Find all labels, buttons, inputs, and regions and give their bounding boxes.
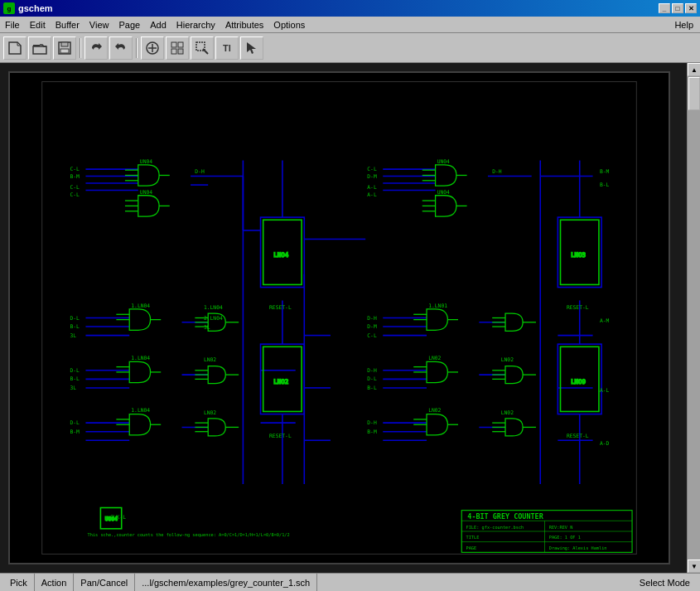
svg-text:LN02: LN02 — [428, 407, 441, 413]
status-mode: Select Mode — [633, 574, 697, 591]
svg-text:B-M: B-M — [70, 429, 80, 434]
svg-text:D-L: D-L — [70, 315, 80, 321]
svg-text:PAGE: 1 OF 1: PAGE: 1 OF 1 — [549, 535, 581, 540]
maximize-button[interactable]: □ — [672, 3, 683, 13]
svg-text:B-L: B-L — [70, 323, 80, 329]
toolbar-separator-2 — [136, 38, 138, 58]
svg-rect-4 — [61, 42, 68, 46]
text-btn[interactable]: Tl — [215, 36, 239, 60]
svg-text:FILE: gfx-counter.bsch: FILE: gfx-counter.bsch — [466, 525, 524, 530]
menu-edit[interactable]: Edit — [25, 17, 51, 32]
action-label: Action — [41, 578, 67, 588]
svg-text:Drawing: Alexis Hamlin: Drawing: Alexis Hamlin — [549, 545, 607, 551]
menu-add[interactable]: Add — [145, 17, 171, 32]
svg-text:A-L: A-L — [367, 184, 377, 190]
svg-text:LN02: LN02 — [501, 356, 514, 362]
svg-text:D-H: D-H — [492, 168, 502, 174]
svg-text:2.LN04: 2.LN04 — [204, 315, 223, 321]
schematic-canvas[interactable]: LNO4 LNO3 LNO2 LNO9 U004 — [8, 71, 670, 564]
svg-text:PAGE: PAGE — [466, 545, 477, 550]
svg-text:UN04: UN04 — [437, 189, 450, 195]
svg-text:B-L: B-L — [367, 385, 377, 390]
svg-text:D-M: D-M — [367, 173, 377, 179]
toolbar: Tl — [0, 33, 700, 63]
svg-rect-9 — [171, 42, 176, 47]
filepath-label: ...l/gschem/examples/grey_counter_1.sch — [142, 578, 310, 588]
scroll-down-button[interactable]: ▼ — [688, 560, 700, 573]
svg-text:TITLE: TITLE — [466, 535, 480, 540]
add-component-btn[interactable] — [141, 36, 164, 60]
svg-text:D-H: D-H — [367, 367, 377, 373]
svg-text:B-M: B-M — [367, 429, 377, 434]
svg-text:C-L: C-L — [70, 191, 80, 197]
window-controls: _ □ ✕ — [659, 3, 697, 13]
svg-text:LNO3: LNO3 — [571, 251, 586, 259]
vertical-scrollbar[interactable]: ▲ ▼ — [687, 63, 700, 573]
menu-page[interactable]: Page — [114, 17, 146, 32]
close-button[interactable]: ✕ — [685, 3, 697, 13]
svg-text:C-L: C-L — [70, 166, 80, 172]
svg-text:A-L: A-L — [600, 387, 610, 393]
svg-text:A-M: A-M — [600, 317, 610, 323]
undo-btn[interactable] — [84, 36, 108, 60]
status-pan-cancel: Pan/Cancel — [74, 574, 135, 591]
menu-attributes[interactable]: Attributes — [220, 17, 268, 32]
menu-file[interactable]: File — [0, 17, 25, 32]
svg-text:1.LN04: 1.LN04 — [131, 407, 150, 413]
svg-text:RESET-L: RESET-L — [567, 304, 589, 310]
open-btn[interactable] — [28, 36, 51, 60]
svg-text:1.LN04: 1.LN04 — [131, 303, 150, 308]
svg-text:D-L: D-L — [367, 375, 377, 381]
scroll-thumb[interactable] — [688, 77, 700, 110]
svg-text:UN04: UN04 — [437, 158, 450, 164]
svg-text:D-L: D-L — [70, 367, 80, 373]
svg-line-14 — [203, 49, 208, 54]
menu-view[interactable]: View — [84, 17, 114, 32]
window-title: gschem — [18, 3, 659, 13]
scroll-track[interactable] — [688, 76, 700, 560]
menu-help[interactable]: Help — [668, 17, 700, 32]
canvas-area[interactable]: LNO4 LNO3 LNO2 LNO9 U004 — [0, 63, 687, 573]
svg-text:UN04: UN04 — [140, 189, 152, 195]
svg-text:D-L: D-L — [70, 419, 80, 425]
svg-text:LN02: LN02 — [204, 409, 216, 415]
svg-text:B-L: B-L — [70, 375, 80, 381]
main-area: LNO4 LNO3 LNO2 LNO9 U004 — [0, 63, 700, 573]
menu-hierarchy[interactable]: Hierarchy — [171, 17, 220, 32]
save-btn[interactable] — [53, 36, 76, 60]
svg-text:UN04: UN04 — [140, 158, 152, 164]
svg-text:3L: 3L — [204, 324, 210, 330]
svg-text:A-L: A-L — [367, 191, 377, 197]
app-icon: g — [3, 2, 15, 14]
menu-options[interactable]: Options — [268, 17, 310, 32]
svg-text:1.LN04: 1.LN04 — [204, 304, 223, 310]
svg-text:B-M: B-M — [600, 168, 610, 174]
svg-text:RESET-L: RESET-L — [269, 304, 292, 310]
minimize-button[interactable]: _ — [659, 3, 670, 13]
svg-text:B-L: B-L — [600, 182, 610, 187]
svg-text:4-BIT GREY COUNTER: 4-BIT GREY COUNTER — [467, 512, 543, 521]
svg-text:A-D: A-D — [600, 440, 610, 446]
svg-text:LN02: LN02 — [428, 355, 441, 361]
svg-text:RESET-L: RESET-L — [269, 433, 292, 438]
grid-btn[interactable] — [166, 36, 189, 60]
menu-buffer[interactable]: Buffer — [51, 17, 84, 32]
svg-text:3L: 3L — [70, 385, 76, 390]
svg-text:RESET-L: RESET-L — [567, 433, 589, 438]
svg-text:1.LN04: 1.LN04 — [131, 355, 150, 361]
svg-text:LNO4: LNO4 — [273, 251, 288, 259]
status-bar: Pick Action Pan/Cancel ...l/gschem/examp… — [0, 573, 700, 591]
svg-text:LN02: LN02 — [501, 409, 514, 415]
redo-btn[interactable] — [109, 36, 133, 60]
text-icon: Tl — [223, 43, 231, 53]
select-btn[interactable] — [240, 36, 263, 60]
scroll-up-button[interactable]: ▲ — [688, 63, 700, 76]
svg-marker-1 — [17, 42, 21, 46]
new-schematic-btn[interactable] — [3, 36, 27, 60]
zoom-box-btn[interactable] — [191, 36, 214, 60]
svg-marker-15 — [247, 42, 256, 54]
pan-cancel-label: Pan/Cancel — [80, 578, 128, 588]
svg-text:C-L: C-L — [70, 184, 80, 190]
title-bar: g gschem _ □ ✕ — [0, 0, 700, 17]
menu-bar: File Edit Buffer View Page Add Hierarchy… — [0, 17, 700, 33]
